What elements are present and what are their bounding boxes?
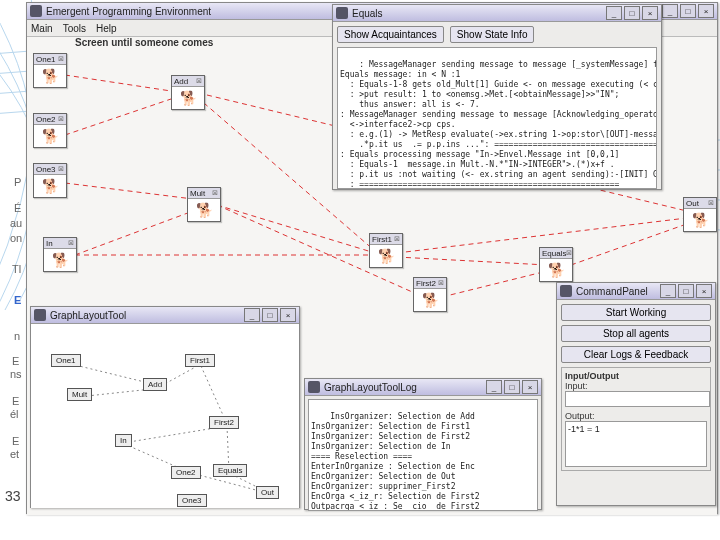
node-equals-label: Equals [542,249,566,258]
svg-line-4 [75,211,193,255]
clear-logs-button[interactable]: Clear Logs & Feedback [561,346,711,363]
node-close-icon[interactable]: ⊠ [58,165,64,173]
layout-tool-titlebar[interactable]: GraphLayoutTool _ □ × [31,307,299,324]
maximize-button[interactable]: □ [262,308,278,322]
layout-log-window: GraphLayoutToolLog _ □ × InsOrganizer: S… [304,378,542,510]
layout-canvas[interactable]: One1 Mult Add First1 First2 In One2 Equa… [31,324,299,508]
node-in-label: In [46,239,53,248]
command-panel-body: Start Working Stop all agents Clear Logs… [557,300,715,475]
start-working-button[interactable]: Start Working [561,304,711,321]
node-close-icon[interactable]: ⊠ [566,249,572,257]
menu-tools[interactable]: Tools [63,23,86,34]
lt-node-mult[interactable]: Mult [67,388,92,401]
canvas-status: Screen until someone comes [75,37,213,48]
maximize-button[interactable]: □ [678,284,694,298]
node-one3[interactable]: One3⊠ 🐕 [33,163,67,198]
lt-node-one3[interactable]: One3 [177,494,207,507]
lt-node-add[interactable]: Add [143,378,167,391]
equals-log[interactable]: : MessageManager sending message to mess… [337,47,657,189]
node-first1-label: First1 [372,235,392,244]
minimize-button[interactable]: _ [486,380,502,394]
io-title: Input/Output [565,371,707,381]
node-one3-label: One3 [36,165,56,174]
input-field[interactable] [565,391,710,407]
node-close-icon[interactable]: ⊠ [394,235,400,243]
svg-line-6 [217,205,375,253]
stop-all-agents-button[interactable]: Stop all agents [561,325,711,342]
svg-line-9 [442,271,547,297]
maximize-button[interactable]: □ [680,4,696,18]
layout-log-titlebar[interactable]: GraphLayoutToolLog _ □ × [305,379,541,396]
window-icon [336,7,348,19]
node-equals[interactable]: Equals⊠ 🐕 [539,247,573,282]
node-out[interactable]: Out⊠ 🐕 [683,197,717,232]
lt-node-one1[interactable]: One1 [51,354,81,367]
node-first1[interactable]: First1⊠ 🐕 [369,233,403,268]
node-first2[interactable]: First2⊠ 🐕 [413,277,447,312]
window-icon [308,381,320,393]
equals-window: Equals _ □ × Show Acquaintances Show Sta… [332,4,662,190]
agent-icon: 🐕 [692,212,709,228]
margin-text-1: P [14,176,21,188]
menu-help[interactable]: Help [96,23,117,34]
close-button[interactable]: × [522,380,538,394]
node-close-icon[interactable]: ⊠ [68,239,74,247]
maximize-button[interactable]: □ [504,380,520,394]
node-one1-label: One1 [36,55,56,64]
margin-text-7: n [14,330,20,342]
agent-icon: 🐕 [548,262,565,278]
lt-node-first1[interactable]: First1 [185,354,215,367]
node-mult[interactable]: Mult⊠ 🐕 [187,187,221,222]
node-close-icon[interactable]: ⊠ [196,77,202,85]
node-mult-label: Mult [190,189,205,198]
minimize-button[interactable]: _ [662,4,678,18]
lt-node-in[interactable]: In [115,434,132,447]
svg-line-3 [65,183,193,199]
svg-line-8 [397,257,547,265]
window-icon [34,309,46,321]
close-button[interactable]: × [696,284,712,298]
lt-node-first2[interactable]: First2 [209,416,239,429]
layout-tool-title: GraphLayoutTool [50,310,126,321]
minimize-button[interactable]: _ [244,308,260,322]
node-out-label: Out [686,199,699,208]
layout-log[interactable]: InsOrganizer: Selection de Add InsOrgani… [308,399,538,511]
margin-text-6: E [14,294,21,306]
margin-text-11: él [10,408,19,420]
node-one1[interactable]: One1⊠ 🐕 [33,53,67,88]
lt-node-equals[interactable]: Equals [213,464,247,477]
close-button[interactable]: × [280,308,296,322]
equals-titlebar[interactable]: Equals _ □ × [333,5,661,22]
minimize-button[interactable]: _ [606,6,622,20]
node-add[interactable]: Add⊠ 🐕 [171,75,205,110]
command-panel-titlebar[interactable]: CommandPanel _ □ × [557,283,715,300]
agent-icon: 🐕 [422,292,439,308]
agent-icon: 🐕 [52,252,69,268]
lt-node-one2[interactable]: One2 [171,466,201,479]
svg-line-0 [65,75,171,91]
lt-node-out[interactable]: Out [256,486,279,499]
menu-main[interactable]: Main [31,23,53,34]
margin-text-13: et [10,448,19,460]
main-title: Emergent Programming Environment [46,6,211,17]
equals-title: Equals [352,8,383,19]
agent-icon: 🐕 [42,178,59,194]
node-close-icon[interactable]: ⊠ [212,189,218,197]
svg-line-10 [571,221,695,265]
node-one2[interactable]: One2⊠ 🐕 [33,113,67,148]
close-button[interactable]: × [642,6,658,20]
minimize-button[interactable]: _ [660,284,676,298]
margin-text-10: E [12,395,19,407]
node-in[interactable]: In⊠ 🐕 [43,237,77,272]
show-state-info-button[interactable]: Show State Info [450,26,535,43]
node-close-icon[interactable]: ⊠ [58,55,64,63]
show-acquaintances-button[interactable]: Show Acquaintances [337,26,444,43]
close-button[interactable]: × [698,4,714,18]
node-close-icon[interactable]: ⊠ [58,115,64,123]
maximize-button[interactable]: □ [624,6,640,20]
node-close-icon[interactable]: ⊠ [708,199,714,207]
layout-tool-window: GraphLayoutTool _ □ × One1 Mult Add Firs… [30,306,300,508]
input-label: Input: [565,381,707,391]
node-close-icon[interactable]: ⊠ [438,279,444,287]
margin-text-12: E [12,435,19,447]
